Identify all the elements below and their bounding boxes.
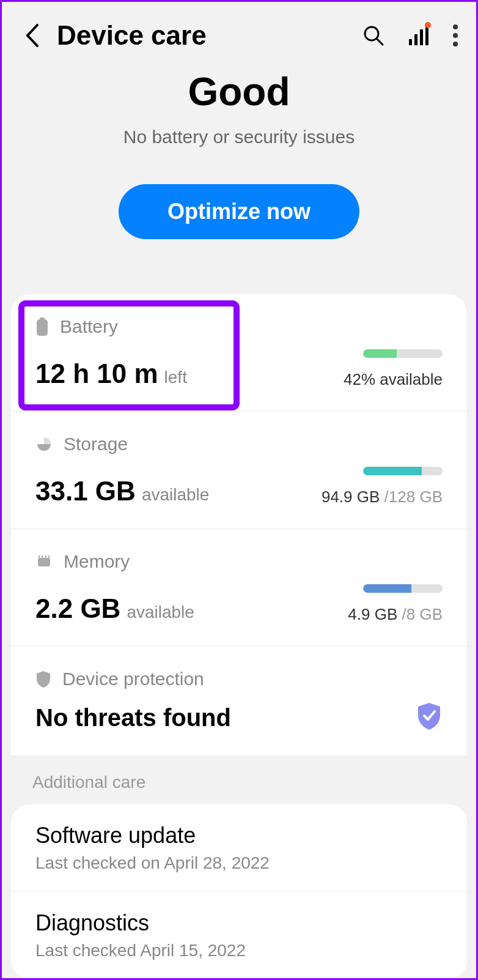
- svg-point-0: [365, 27, 378, 40]
- more-button[interactable]: [453, 24, 458, 46]
- status-title: Good: [20, 69, 458, 114]
- page-title: Device care: [57, 20, 362, 51]
- diagnostics-sub: Last checked April 15, 2022: [35, 941, 443, 960]
- svg-rect-4: [38, 558, 50, 566]
- protection-status: No threats found: [35, 704, 231, 732]
- memory-icon: [35, 553, 53, 570]
- svg-line-1: [377, 39, 383, 45]
- header-actions: [362, 24, 458, 46]
- protection-label: Device protection: [62, 669, 204, 689]
- battery-card[interactable]: Battery 12 h 10 m left 42% available: [11, 294, 467, 412]
- memory-value: 2.2 GB: [35, 593, 120, 624]
- optimize-button[interactable]: Optimize now: [119, 184, 359, 239]
- diagnostics-item[interactable]: Diagnostics Last checked April 15, 2022: [11, 892, 467, 979]
- storage-card[interactable]: Storage 33.1 GB available 94.9 GB /128 G…: [11, 412, 467, 529]
- status-block: Good No battery or security issues Optim…: [2, 63, 476, 264]
- battery-unit: left: [164, 368, 187, 387]
- shield-icon: [35, 670, 51, 688]
- storage-usage: 94.9 GB /128 GB: [322, 488, 443, 507]
- battery-value: 12 h 10 m: [35, 358, 158, 389]
- battery-label: Battery: [60, 316, 118, 337]
- storage-label: Storage: [64, 434, 128, 455]
- memory-label: Memory: [64, 551, 130, 572]
- software-update-sub: Last checked on April 28, 2022: [35, 853, 443, 873]
- memory-bar: [363, 584, 443, 593]
- search-icon: [362, 24, 384, 46]
- memory-usage: 4.9 GB /8 GB: [348, 605, 443, 624]
- software-update-item[interactable]: Software update Last checked on April 28…: [11, 804, 467, 892]
- storage-icon: [35, 436, 53, 453]
- diagnostics-title: Diagnostics: [35, 910, 443, 936]
- chevron-left-icon: [25, 24, 40, 47]
- memory-card[interactable]: Memory 2.2 GB available 4.9 GB /8 GB: [11, 529, 467, 647]
- more-vertical-icon: [453, 24, 458, 46]
- shield-check-icon: [416, 702, 443, 733]
- memory-unit: available: [127, 603, 194, 622]
- header: Device care: [2, 2, 476, 63]
- device-cards: Battery 12 h 10 m left 42% available Sto…: [11, 294, 467, 755]
- status-subtitle: No battery or security issues: [20, 127, 458, 147]
- protection-card[interactable]: Device protection No threats found: [11, 647, 467, 755]
- signal-bars-icon: [409, 26, 428, 45]
- battery-bar: [363, 349, 443, 358]
- signal-button[interactable]: [409, 26, 428, 45]
- storage-unit: available: [142, 485, 210, 505]
- additional-care-list: Software update Last checked on April 28…: [11, 804, 467, 979]
- storage-value: 33.1 GB: [35, 476, 136, 507]
- battery-percent: 42% available: [344, 370, 443, 389]
- back-button[interactable]: [20, 24, 45, 47]
- storage-bar: [363, 467, 443, 475]
- software-update-title: Software update: [35, 823, 443, 848]
- search-button[interactable]: [362, 24, 384, 46]
- svg-rect-3: [37, 319, 48, 336]
- battery-icon: [35, 317, 49, 336]
- additional-care-header: Additional care: [2, 755, 476, 804]
